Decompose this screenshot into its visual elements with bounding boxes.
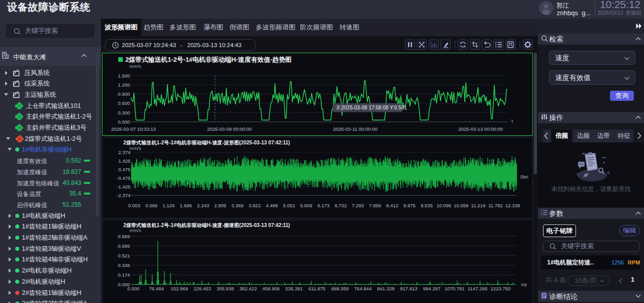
svg-text:0.348: 0.348 [118,262,130,268]
svg-text:0.521: 0.521 [118,253,130,258]
svg-text:mm/s: mm/s [129,63,141,69]
svg-text:1.686: 1.686 [180,203,192,208]
svg-text:229.453: 229.453 [193,286,211,291]
svg-text:0.174: 0.174 [118,272,130,278]
svg-text:-1.425: -1.425 [117,184,130,190]
svg-text:2煤带式输送机1-2号-1#电机非驱动端H-速度-频谱图(2: 2煤带式输送机1-2号-1#电机非驱动端H-速度-频谱图(2025-03-13 … [123,222,290,228]
svg-text:0.600: 0.600 [118,100,130,106]
svg-text:0.300: 0.300 [118,110,130,116]
svg-text:76.484: 76.484 [149,286,164,291]
svg-text:Hz: Hz [521,282,527,287]
svg-text:1223.750: 1223.750 [490,286,511,291]
svg-text:0.475: 0.475 [118,167,130,172]
svg-text:458.906: 458.906 [262,286,280,291]
svg-text:9.535: 9.535 [421,203,433,208]
svg-text:8.412: 8.412 [386,203,398,208]
svg-text:7.293: 7.293 [352,203,364,208]
svg-text:3.369: 3.369 [231,203,244,208]
svg-text:764.844: 764.844 [354,286,371,291]
svg-text:2煤带式输送机1-2号-1#电机非驱动端H-速度-波形图(2: 2煤带式输送机1-2号-1#电机非驱动端H-速度-波形图(2025-03-13 … [123,140,290,145]
svg-text:1.200: 1.200 [118,82,130,88]
svg-text:4.489: 4.489 [266,203,278,208]
svg-text:305.938: 305.938 [217,286,234,291]
svg-text:0.869: 0.869 [118,234,130,239]
svg-text:2.243: 2.243 [197,203,209,208]
svg-text:688.359: 688.359 [331,286,349,291]
svg-text:535.391: 535.391 [285,286,302,291]
svg-text:5.609: 5.609 [300,203,313,208]
svg-text:0.000: 0.000 [127,286,140,291]
svg-text:1.126: 1.126 [162,203,175,208]
svg-text:3.922: 3.922 [249,203,261,208]
svg-text:11.216: 11.216 [471,203,485,208]
svg-text:2025-03-09 00:00:00: 2025-03-09 00:00:00 [207,126,252,132]
svg-text:t: t [512,118,513,124]
svg-text:Sec: Sec [520,174,529,179]
svg-text:11.782: 11.782 [488,203,502,208]
svg-text:0.003: 0.003 [128,203,141,208]
svg-text:2025-03-11 00:00:00: 2025-03-11 00:00:00 [333,126,378,132]
svg-text:1.500: 1.500 [118,73,130,79]
svg-text:X:2025-03-08 17:58:08 Y:0.591: X:2025-03-08 17:58:08 Y:0.591 [336,105,407,110]
svg-text:5.051: 5.051 [283,203,295,208]
svg-text:6.732: 6.732 [334,203,347,208]
svg-text:2025-03-07 10:33:13: 2025-03-07 10:33:13 [111,126,156,132]
svg-text:0.900: 0.900 [118,91,130,97]
svg-text:2煤带式输送机1-2号-1#电机非驱动端H-速度有效值-趋势: 2煤带式输送机1-2号-1#电机非驱动端H-速度有效值-趋势图 [125,56,292,63]
svg-text:841.328: 841.328 [377,286,394,291]
svg-text:8.975: 8.975 [403,203,416,208]
svg-text:152.969: 152.969 [171,286,188,291]
svg-text:-0.475: -0.475 [117,175,130,181]
svg-text:6.173: 6.173 [318,203,330,208]
svg-text:917.813: 917.813 [400,286,417,291]
svg-text:1070.781: 1070.781 [445,286,465,291]
svg-text:0.566: 0.566 [146,203,158,208]
svg-text:-2.374: -2.374 [117,193,130,198]
svg-text:1.425: 1.425 [118,158,130,164]
svg-text:2025-03-13 00:00:00: 2025-03-13 00:00:00 [458,126,503,132]
svg-text:382.422: 382.422 [240,286,257,291]
svg-text:12.339: 12.339 [505,203,520,208]
svg-text:2.805: 2.805 [214,203,226,208]
svg-text:611.875: 611.875 [309,286,326,291]
svg-text:994.297: 994.297 [423,286,440,291]
svg-text:mm/s: mm/s [129,228,141,233]
svg-text:0.695: 0.695 [118,243,130,249]
svg-text:0.000: 0.000 [118,119,130,125]
svg-text:7.856: 7.856 [369,203,381,208]
svg-text:10.659: 10.659 [454,203,468,208]
svg-text:1147.266: 1147.266 [468,286,488,291]
svg-text:10.096: 10.096 [436,203,451,208]
svg-text:2.374: 2.374 [118,149,130,155]
svg-text:mm/s: mm/s [129,145,141,151]
